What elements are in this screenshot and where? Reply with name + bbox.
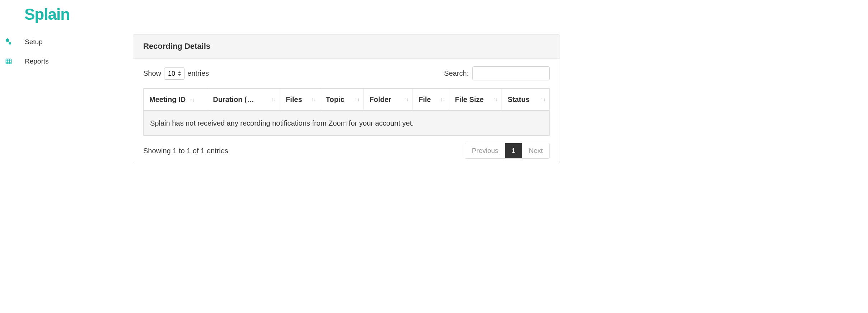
- table-info: Showing 1 to 1 of 1 entries: [143, 147, 228, 155]
- panel-body: Show 10 entries Search:: [133, 59, 560, 163]
- search-label: Search:: [444, 69, 469, 78]
- search-control: Search:: [444, 66, 550, 80]
- sort-icon: ↑↓: [440, 97, 445, 102]
- column-header-duration[interactable]: Duration (… ↑↓: [207, 89, 280, 111]
- pagination-page-1[interactable]: 1: [505, 143, 522, 158]
- column-header-topic[interactable]: Topic ↑↓: [320, 89, 364, 111]
- app-root: Splain Setup: [0, 0, 868, 313]
- svg-rect-0: [6, 59, 11, 64]
- sort-icon: ↑↓: [541, 97, 546, 102]
- length-select[interactable]: 10: [164, 67, 185, 80]
- sidebar-item-label: Reports: [25, 57, 49, 65]
- sort-icon: ↑↓: [404, 97, 409, 102]
- gears-icon: [5, 38, 12, 46]
- length-label-suffix: entries: [187, 69, 209, 78]
- search-input[interactable]: [472, 66, 550, 80]
- sort-icon: ↑↓: [311, 97, 316, 102]
- sort-icon: ↑↓: [271, 97, 276, 102]
- sidebar-item-label: Setup: [25, 38, 43, 46]
- sidebar-nav: Setup Reports: [0, 31, 133, 71]
- table-row: Splain has not received any recording no…: [144, 111, 549, 135]
- recordings-table: Meeting ID ↑↓ Duration (… ↑↓ Files ↑↓: [143, 88, 550, 136]
- column-header-file[interactable]: File ↑↓: [413, 89, 449, 111]
- recording-details-panel: Recording Details Show 10 entries Search…: [133, 34, 560, 163]
- length-control: Show 10 entries: [143, 67, 209, 80]
- pagination-previous[interactable]: Previous: [465, 143, 505, 158]
- sort-icon: ↑↓: [355, 97, 360, 102]
- pagination-next[interactable]: Next: [522, 143, 549, 158]
- table-footer: Showing 1 to 1 of 1 entries Previous 1 N…: [143, 143, 550, 159]
- column-header-file-size[interactable]: File Size ↑↓: [449, 89, 502, 111]
- sidebar-item-setup[interactable]: Setup: [0, 32, 133, 52]
- column-header-status[interactable]: Status ↑↓: [502, 89, 549, 111]
- sidebar: Splain Setup: [0, 0, 133, 313]
- column-header-files[interactable]: Files ↑↓: [280, 89, 320, 111]
- sidebar-item-reports[interactable]: Reports: [0, 52, 133, 71]
- column-header-folder[interactable]: Folder ↑↓: [364, 89, 413, 111]
- sort-icon: ↑↓: [190, 97, 195, 103]
- brand-logo: Splain: [0, 0, 133, 31]
- empty-state-message: Splain has not received any recording no…: [144, 111, 549, 135]
- panel-title: Recording Details: [133, 34, 560, 59]
- pagination: Previous 1 Next: [465, 143, 550, 159]
- sort-icon: ↑↓: [493, 97, 498, 102]
- column-header-meeting-id[interactable]: Meeting ID ↑↓: [144, 89, 207, 111]
- length-label-prefix: Show: [143, 69, 161, 78]
- table-icon: [5, 58, 12, 65]
- table-controls: Show 10 entries Search:: [143, 66, 550, 80]
- main-content: Recording Details Show 10 entries Search…: [133, 0, 868, 313]
